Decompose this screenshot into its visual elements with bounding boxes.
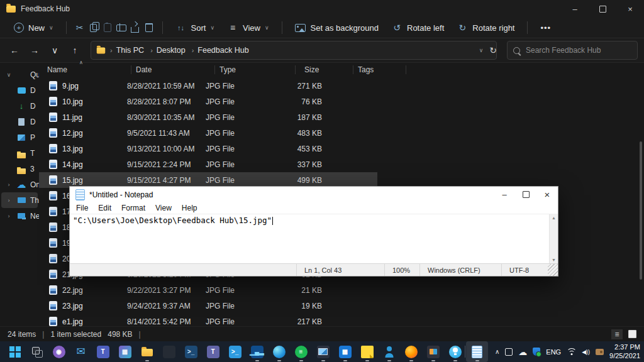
resize-grip[interactable] bbox=[548, 264, 558, 276]
notepad-minimize-button[interactable]: – bbox=[494, 187, 515, 202]
calendar-icon[interactable]: ▦ bbox=[334, 341, 356, 362]
column-header-size[interactable]: Size bbox=[296, 65, 353, 74]
cortana-icon[interactable] bbox=[444, 341, 466, 362]
cut-icon[interactable]: ✂ bbox=[74, 22, 86, 33]
onedrive-tray-icon[interactable]: ☁ bbox=[518, 347, 527, 357]
device-tray-icon[interactable] bbox=[596, 349, 604, 355]
notepad-scrollbar[interactable]: ▲ ▼ bbox=[549, 214, 558, 263]
cubes-app-icon[interactable]: ▦ bbox=[114, 341, 136, 362]
breadcrumb-item[interactable]: Desktop bbox=[155, 46, 187, 55]
maximize-button[interactable] bbox=[589, 0, 616, 18]
rotate-right-button[interactable]: ↻ Rotate right bbox=[452, 19, 519, 36]
new-button[interactable]: + New ∨ bbox=[9, 20, 58, 35]
set-as-background-button[interactable]: Set as background bbox=[290, 19, 384, 36]
sidebar-expand-chevron[interactable]: › bbox=[5, 197, 13, 204]
sticky-notes-icon[interactable] bbox=[356, 341, 378, 362]
up-button[interactable]: ↑ bbox=[67, 42, 83, 58]
menu-item[interactable]: Help bbox=[177, 204, 203, 212]
paint-app-icon[interactable] bbox=[422, 341, 444, 362]
sidebar-item-folder-1[interactable]: T bbox=[1, 145, 38, 161]
refresh-button[interactable]: ↻ bbox=[489, 45, 497, 55]
23.jpg[interactable]: 23.jpg 9/24/2021 9:37 AM JPG File 19 KB bbox=[39, 298, 377, 314]
14.jpg[interactable]: 14.jpg 9/15/2021 2:24 PM JPG File 337 KB bbox=[39, 156, 377, 172]
teams-2-icon[interactable]: T bbox=[202, 341, 224, 362]
9.jpg[interactable]: 9.jpg 8/28/2021 10:59 AM JPG File 271 KB bbox=[39, 78, 377, 94]
copy-icon[interactable] bbox=[88, 22, 99, 33]
sidebar-item-folder-2[interactable]: 3 bbox=[1, 161, 38, 177]
sidebar-item-desktop[interactable]: D bbox=[1, 82, 38, 98]
sidebar-item-onedrive[interactable]: › ☁ On bbox=[1, 177, 38, 192]
recent-locations-chevron[interactable]: ∨ bbox=[47, 42, 63, 58]
menu-item[interactable]: Edit bbox=[93, 204, 116, 212]
address-dropdown-chevron[interactable]: ∨ bbox=[479, 47, 484, 53]
sidebar-item-downloads[interactable]: ↓ D bbox=[1, 98, 38, 114]
scroll-down-icon[interactable]: ▼ bbox=[552, 258, 556, 262]
close-button[interactable]: × bbox=[616, 0, 644, 18]
notepad-text-area[interactable]: "C:\Users\Joe\Desktop\Feedback Hub\15.jp… bbox=[70, 214, 558, 263]
menu-item[interactable]: Format bbox=[116, 204, 150, 212]
task-view-icon[interactable] bbox=[26, 341, 48, 362]
breadcrumb-item[interactable]: This PC bbox=[114, 46, 146, 55]
11.jpg[interactable]: 11.jpg 8/30/2021 10:35 AM JPG File 187 K… bbox=[39, 109, 377, 125]
menu-item[interactable]: File bbox=[71, 204, 93, 212]
clock[interactable]: 2:37 PM 9/25/2021 bbox=[609, 343, 640, 361]
spotify-icon[interactable]: ≡ bbox=[290, 341, 312, 362]
notepad-maximize-button[interactable] bbox=[515, 187, 536, 202]
feedback-hub-icon[interactable] bbox=[378, 341, 400, 362]
back-button[interactable]: ← bbox=[6, 42, 23, 58]
firefox-icon[interactable] bbox=[400, 341, 422, 362]
large-icons-view-toggle[interactable] bbox=[626, 329, 638, 339]
sidebar-item-this-pc[interactable]: › Th bbox=[1, 192, 38, 208]
view-button[interactable]: ≡ View ∨ bbox=[222, 19, 274, 36]
sidebar-expand-chevron[interactable]: › bbox=[5, 213, 13, 219]
13.jpg[interactable]: 13.jpg 9/13/2021 10:00 AM JPG File 453 K… bbox=[39, 141, 377, 156]
volume-icon[interactable]: ◀)) bbox=[582, 349, 590, 355]
edge-icon[interactable] bbox=[268, 341, 290, 362]
forward-button[interactable]: → bbox=[26, 42, 43, 58]
file-explorer-icon[interactable] bbox=[136, 341, 158, 362]
language-indicator[interactable]: ENG bbox=[546, 348, 561, 356]
sort-button[interactable]: ↑↓ Sort ∨ bbox=[170, 19, 219, 36]
teams-icon[interactable]: T bbox=[92, 341, 114, 362]
start-button[interactable] bbox=[4, 341, 26, 362]
share-icon[interactable] bbox=[130, 22, 141, 33]
powershell-icon[interactable]: >_ bbox=[180, 341, 202, 362]
search-input[interactable] bbox=[525, 45, 631, 55]
sidebar-item-pictures[interactable]: P bbox=[1, 129, 38, 145]
details-view-toggle[interactable]: ≡ bbox=[611, 329, 623, 339]
windows-security-icon[interactable] bbox=[533, 348, 540, 356]
sidebar-item-network[interactable]: › Ne bbox=[1, 208, 38, 224]
column-header-name[interactable]: Name bbox=[39, 65, 131, 74]
wifi-icon[interactable] bbox=[567, 348, 576, 355]
22.jpg[interactable]: 22.jpg 9/22/2021 3:27 PM JPG File 21 KB bbox=[39, 282, 377, 298]
notepad-taskbar-icon[interactable] bbox=[466, 341, 488, 362]
explorer-scrollbar[interactable] bbox=[640, 141, 642, 280]
breadcrumb-item[interactable]: Feedback Hub bbox=[196, 46, 250, 55]
photos-app-icon[interactable] bbox=[312, 341, 334, 362]
10.jpg[interactable]: 10.jpg 8/28/2021 8:07 PM JPG File 76 KB bbox=[39, 94, 377, 109]
menu-item[interactable]: View bbox=[150, 204, 177, 212]
column-header-date[interactable]: Date bbox=[131, 65, 215, 74]
sidebar-expand-chevron[interactable]: › bbox=[5, 182, 13, 188]
mail-icon[interactable]: ✉ bbox=[70, 341, 92, 362]
search-box[interactable] bbox=[507, 41, 638, 60]
task-manager-icon[interactable]: ▁▄▂ bbox=[246, 341, 268, 362]
sidebar-expand-chevron[interactable]: ∨ bbox=[5, 72, 13, 78]
rotate-left-button[interactable]: ↺ Rotate left bbox=[386, 19, 449, 36]
breadcrumb[interactable]: › This PC › Desktop › Feedback Hub bbox=[91, 41, 497, 60]
show-hidden-icons-chevron[interactable]: ∧ bbox=[495, 348, 499, 355]
rename-icon[interactable] bbox=[116, 22, 127, 33]
12.jpg[interactable]: 12.jpg 9/5/2021 11:43 AM JPG File 483 KB bbox=[39, 125, 377, 141]
column-header-tags[interactable]: Tags bbox=[353, 65, 406, 74]
tray-app-icon[interactable] bbox=[505, 348, 513, 356]
sidebar-item-documents[interactable]: D bbox=[1, 114, 38, 129]
column-header-type[interactable]: Type bbox=[215, 65, 296, 74]
paste-icon[interactable] bbox=[102, 22, 113, 33]
delete-icon[interactable] bbox=[143, 22, 155, 33]
notepad-close-button[interactable]: × bbox=[536, 187, 558, 202]
powershell-7-icon[interactable]: >_ bbox=[224, 341, 246, 362]
scroll-up-icon[interactable]: ▲ bbox=[552, 216, 556, 220]
camera-app-icon[interactable]: ◉ bbox=[48, 341, 70, 362]
more-options-button[interactable]: ••• bbox=[535, 21, 556, 35]
sidebar-item-quick-access[interactable]: ∨ Qu bbox=[1, 67, 38, 82]
